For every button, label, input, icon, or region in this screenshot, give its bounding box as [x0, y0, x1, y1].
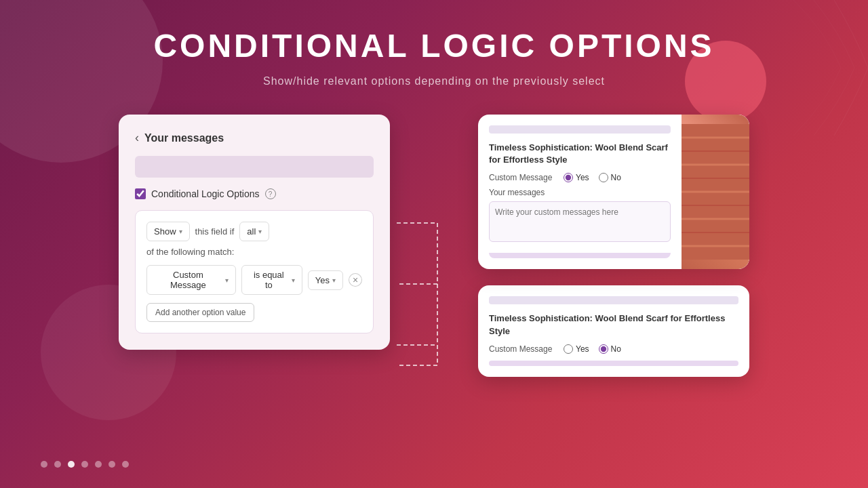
- no-option-top[interactable]: No: [599, 173, 621, 182]
- no-option-bottom[interactable]: No: [599, 344, 621, 354]
- custom-message-label-bottom: Custom Message: [489, 344, 557, 354]
- page-content: CONDITIONAL LOGIC OPTIONS Show/hide rele…: [0, 0, 868, 440]
- help-icon[interactable]: ?: [265, 188, 276, 199]
- product-title-bottom: Timeless Sophistication: Wool Blend Scar…: [489, 312, 738, 337]
- yes-label-bottom: Yes: [576, 344, 589, 354]
- main-layout: ‹ Your messages Conditional Logic Option…: [0, 115, 868, 440]
- yes-label-top: Yes: [576, 173, 589, 182]
- right-panels: Timeless Sophistication: Wool Blend Scar…: [478, 115, 749, 377]
- product-title-top: Timeless Sophistication: Wool Blend Scar…: [489, 142, 671, 166]
- no-radio-bottom[interactable]: [599, 344, 608, 354]
- condition-val-chevron: ▾: [332, 277, 336, 284]
- product-card-content-top: Timeless Sophistication: Wool Blend Scar…: [478, 115, 682, 269]
- left-panel: ‹ Your messages Conditional Logic Option…: [119, 115, 390, 350]
- conditional-logic-checkbox[interactable]: [135, 188, 146, 199]
- dot-3[interactable]: [68, 461, 75, 468]
- scarf-visual: [682, 115, 749, 269]
- condition-field-dropdown[interactable]: Custom Message ▾: [146, 265, 236, 295]
- show-row: Show ▾ this field if all ▾ of the follow…: [146, 222, 362, 257]
- dot-5[interactable]: [95, 461, 102, 468]
- bottom-bar-2: [489, 361, 738, 366]
- page-title: CONDITIONAL LOGIC OPTIONS: [153, 27, 714, 64]
- back-arrow[interactable]: ‹: [135, 131, 139, 145]
- panel-title: Your messages: [144, 132, 224, 144]
- bottom-bar-top: [489, 253, 671, 258]
- dot-6[interactable]: [108, 461, 115, 468]
- search-bar: [135, 156, 374, 178]
- connector-area: [390, 169, 478, 440]
- match-label: of the following match:: [146, 247, 234, 257]
- radio-group-top: Yes No: [564, 173, 621, 182]
- product-card-top-inner: Timeless Sophistication: Wool Blend Scar…: [478, 115, 749, 269]
- dot-4[interactable]: [81, 461, 88, 468]
- add-option-button[interactable]: Add another option value: [146, 303, 254, 322]
- dot-2[interactable]: [54, 461, 61, 468]
- product-card-bottom: Timeless Sophistication: Wool Blend Scar…: [478, 285, 749, 376]
- title-bar: [489, 125, 671, 134]
- show-dropdown[interactable]: Show ▾: [146, 222, 190, 241]
- product-card-image: [682, 115, 749, 269]
- radio-group-bottom: Yes No: [564, 344, 621, 354]
- condition-op-dropdown[interactable]: is equal to ▾: [241, 265, 302, 295]
- custom-message-label-top: Custom Message: [489, 173, 557, 182]
- this-field-label: this field if: [195, 226, 235, 237]
- connector-svg: [390, 169, 478, 440]
- checkbox-label: Conditional Logic Options: [151, 188, 260, 199]
- title-bar-bottom: [489, 296, 738, 304]
- yes-option-bottom[interactable]: Yes: [564, 344, 589, 354]
- all-dropdown[interactable]: all ▾: [239, 222, 269, 241]
- your-messages-label: Your messages: [489, 188, 671, 197]
- condition-row: Custom Message ▾ is equal to ▾ Yes ▾ ×: [146, 265, 362, 295]
- dot-7[interactable]: [122, 461, 129, 468]
- product-card-top: Timeless Sophistication: Wool Blend Scar…: [478, 115, 749, 269]
- custom-message-field-top: Custom Message Yes No: [489, 173, 671, 182]
- yes-radio-top[interactable]: [564, 173, 573, 182]
- remove-condition-button[interactable]: ×: [349, 273, 362, 287]
- checkbox-row: Conditional Logic Options ?: [135, 188, 374, 199]
- condition-val-dropdown[interactable]: Yes ▾: [308, 270, 343, 290]
- yes-radio-bottom[interactable]: [564, 344, 573, 354]
- no-label-top: No: [611, 173, 621, 182]
- show-chevron: ▾: [179, 228, 182, 235]
- panel-header: ‹ Your messages: [135, 131, 374, 145]
- page-subtitle: Show/hide relevant options depending on …: [263, 75, 605, 87]
- yes-option-top[interactable]: Yes: [564, 173, 589, 182]
- scarf-svg: [682, 124, 749, 260]
- condition-op-chevron: ▾: [292, 277, 295, 284]
- message-textarea[interactable]: [489, 201, 671, 242]
- all-chevron: ▾: [258, 228, 262, 235]
- no-radio-top[interactable]: [599, 173, 608, 182]
- dots-nav: [41, 461, 129, 468]
- custom-message-field-bottom: Custom Message Yes No: [489, 344, 738, 354]
- condition-field-chevron: ▾: [225, 277, 229, 284]
- logic-box: Show ▾ this field if all ▾ of the follow…: [135, 210, 374, 333]
- dot-1[interactable]: [41, 461, 47, 468]
- no-label-bottom: No: [611, 344, 621, 354]
